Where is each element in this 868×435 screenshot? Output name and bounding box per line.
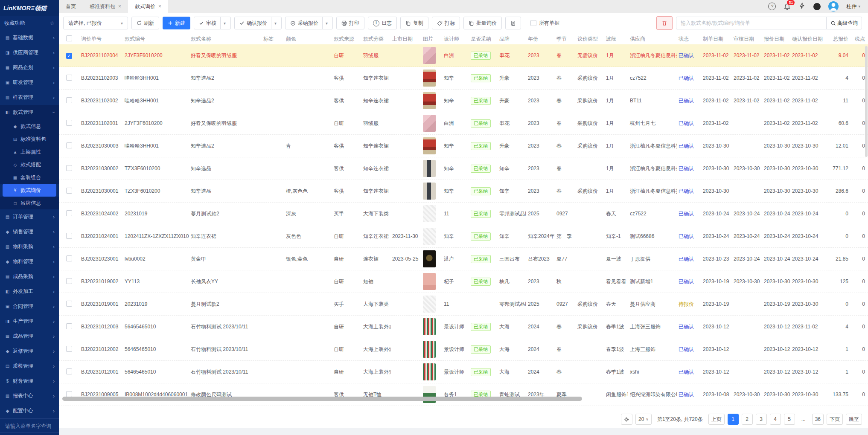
row-checkbox[interactable] — [66, 346, 72, 352]
table-row[interactable]: BJ20231023001lvbu0002黄金甲银色,金色自研连衣裙2023-0… — [59, 248, 868, 270]
page-button-1[interactable]: 1 — [728, 414, 739, 425]
sidebar-item-favorites[interactable]: 收藏功能☆ — [0, 16, 59, 30]
sidebar-item-base-data[interactable]: ▤基础数据› — [0, 30, 59, 45]
table-row[interactable]: BJ20231102002哇哈哈3HH001知辛选品2客供知辛连衣裙知辛已采纳升… — [59, 90, 868, 112]
style-image[interactable] — [423, 183, 436, 200]
sidebar-item-shelf-attrs[interactable]: ▲上架属性 — [0, 145, 59, 158]
table-row[interactable]: BJ2023101200356465465010石竹物料测试 2023/10/1… — [59, 316, 868, 338]
page-button-36[interactable]: 36 — [812, 414, 824, 425]
audit-button[interactable]: 审核▾ — [194, 17, 231, 29]
table-row[interactable]: BJ2023101200256465465010石竹物料测试 2023/10/1… — [59, 338, 868, 361]
log-button[interactable]: i日志 — [368, 17, 397, 29]
style-image[interactable] — [423, 228, 436, 245]
guide-icon[interactable] — [798, 2, 806, 11]
sidebar-item-qc-mgmt[interactable]: ▤质检管理› — [0, 359, 59, 374]
table-row[interactable]: BJ2023101900120231019蔓月测试款2买手大海下装类11零邦测试… — [59, 293, 868, 316]
style-image[interactable] — [423, 137, 436, 154]
table-settings-button[interactable] — [621, 414, 632, 425]
style-image[interactable] — [423, 47, 436, 64]
all-docs-toggle[interactable]: 所有单据 — [530, 20, 559, 27]
chevron-down-icon[interactable]: ▾ — [322, 17, 328, 29]
sidebar-item-supplier-mgmt[interactable]: ◨供应商管理› — [0, 45, 59, 60]
table-row[interactable]: BJ202310240011202411ZX-1ZXZX11ZX010001知辛… — [59, 225, 868, 248]
sidebar-item-style-info[interactable]: ◆款式信息 — [0, 120, 59, 133]
row-checkbox[interactable] — [66, 391, 72, 397]
copy-button[interactable]: 复制 — [400, 17, 428, 29]
row-checkbox[interactable] — [66, 301, 72, 307]
mark-button[interactable]: 打标 — [432, 17, 460, 29]
sidebar-item-sample-mgmt[interactable]: ▥样衣管理› — [0, 90, 59, 105]
style-image[interactable] — [423, 250, 436, 267]
chevron-down-icon[interactable]: ▾ — [220, 17, 226, 29]
sidebar-item-material-mgmt[interactable]: ◆物料管理› — [0, 254, 59, 269]
style-image[interactable] — [423, 160, 436, 177]
sidebar-item-production-mgmt[interactable]: ◨生产管理› — [0, 314, 59, 329]
sidebar-item-report-center[interactable]: ▥报表中心› — [0, 389, 59, 403]
adopt-quote-button[interactable]: 采纳报价▾ — [285, 17, 333, 29]
row-checkbox[interactable] — [66, 210, 72, 216]
sidebar-item-repair-mgmt[interactable]: ◆返修管理› — [0, 344, 59, 359]
row-checkbox[interactable] — [66, 278, 72, 284]
row-checkbox[interactable] — [66, 120, 72, 126]
sidebar-item-rnd-mgmt[interactable]: ▣研发管理› — [0, 75, 59, 90]
page-size-select[interactable]: 20 ∨ — [635, 414, 652, 425]
user-menu[interactable]: 杜仲 ▾ — [846, 3, 860, 10]
sidebar-item-style-inquiry[interactable]: ¥款式询价 — [3, 184, 56, 197]
row-checkbox[interactable] — [66, 165, 72, 171]
style-image[interactable] — [423, 318, 436, 335]
sidebar-item-style-mgmt[interactable]: ◧款式管理› — [0, 105, 59, 120]
search-input[interactable] — [676, 20, 826, 26]
all-docs-checkbox[interactable] — [530, 20, 536, 26]
style-image[interactable] — [423, 70, 436, 87]
delete-button[interactable] — [656, 16, 673, 30]
horizontal-scrollbar[interactable] — [62, 397, 582, 401]
style-image[interactable] — [423, 296, 436, 313]
chevron-down-icon[interactable]: ▾ — [271, 17, 277, 29]
tab-款式询价[interactable]: 款式询价× — [128, 0, 168, 13]
page-button-2[interactable]: 2 — [742, 414, 753, 425]
row-checkbox[interactable] — [66, 97, 72, 103]
row-checkbox[interactable] — [66, 188, 72, 194]
tab-首页[interactable]: 首页 — [59, 0, 83, 13]
select-all-checkbox[interactable] — [66, 35, 72, 41]
prev-page-button[interactable]: 上页 — [708, 414, 725, 425]
style-image[interactable] — [423, 341, 436, 358]
sidebar-item-standard-package[interactable]: ▤标准资料包 — [0, 133, 59, 145]
page-button-4[interactable]: 4 — [770, 414, 781, 425]
sidebar-item-order-mgmt[interactable]: ▤订单管理› — [0, 209, 59, 224]
table-row[interactable]: BJ20231019002YY113长袖风衣YY自研短袖杞子已采纳柚凡2023秋… — [59, 270, 868, 293]
vertical-scrollbar[interactable] — [865, 46, 868, 157]
batch-inquiry-button[interactable]: 批量询价 — [463, 17, 502, 29]
sidebar-item-product-mgmt[interactable]: ▦成品管理› — [0, 329, 59, 344]
row-checkbox[interactable] — [66, 323, 72, 329]
sidebar-item-style-match[interactable]: ◇款式搭配 — [0, 158, 59, 171]
sidebar-item-sales-mgmt[interactable]: ◆销售管理› — [0, 224, 59, 239]
refresh-button[interactable]: 刷新 — [131, 17, 159, 29]
sidebar-item-product-plan[interactable]: ▦商品企划› — [0, 60, 59, 75]
sidebar-item-outsourcing[interactable]: ◧外发加工› — [0, 284, 59, 299]
table-row[interactable]: BJ20231030001TZX3F6010200知辛选品橙,灰色色客供知辛连衣… — [59, 180, 868, 203]
next-page-button[interactable]: 下页 — [827, 414, 843, 425]
row-checkbox[interactable] — [66, 142, 72, 148]
help-icon[interactable]: ? — [768, 3, 776, 10]
print-button[interactable]: 打印 — [336, 17, 364, 29]
style-image[interactable] — [423, 363, 436, 380]
table-row[interactable]: BJ20231009005IB008M1002d4d406060001修改颜色尺… — [59, 383, 868, 406]
sidebar-item-config-center[interactable]: ◆配置中心› — [0, 403, 59, 418]
page-button-3[interactable]: 3 — [756, 414, 767, 425]
row-checkbox[interactable] — [66, 75, 72, 81]
sidebar-item-product-purchase[interactable]: ▤成品采购› — [0, 269, 59, 284]
table-row[interactable]: BJ202311020012JYF3F6010200好看又保暖的羽绒服自研羽绒服… — [59, 112, 868, 135]
menu-search-input[interactable] — [4, 423, 56, 429]
sidebar-item-contract-mgmt[interactable]: ▣合同管理› — [0, 299, 59, 314]
table-row[interactable]: BJ20231102003哇哈哈3HH001知辛选品2客供知辛连衣裙知辛已采纳升… — [59, 67, 868, 90]
table-row[interactable]: BJ2023101200156465465010石竹物料测试 2023/10/1… — [59, 361, 868, 383]
table-row[interactable]: BJ20231030003哇哈哈3HH001知辛选品2青客供知辛连衣裙知辛已采纳… — [59, 135, 868, 157]
sidebar-item-suit-combo[interactable]: ▦套装组合 — [0, 171, 59, 184]
close-icon[interactable]: × — [158, 3, 161, 9]
row-checkbox[interactable]: ✓ — [66, 53, 72, 59]
style-image[interactable] — [423, 115, 436, 132]
close-icon[interactable]: × — [118, 3, 121, 9]
style-image[interactable] — [423, 273, 436, 290]
status-filter-select[interactable]: 请选择, 已报价 ▾ — [63, 17, 128, 29]
